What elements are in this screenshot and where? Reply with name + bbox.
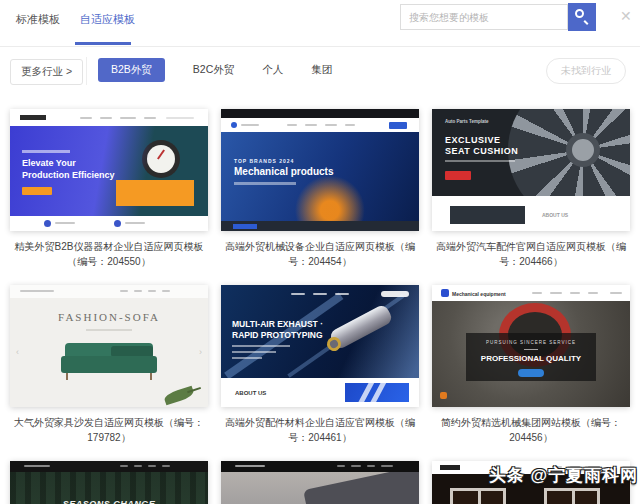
- carousel-left-arrow: ‹: [16, 347, 19, 357]
- template-grid: Elevate Your Production Efficiency 精美外贸B…: [0, 109, 640, 504]
- thumb-hero-text: MULTI-AIR EXHAUST ·: [232, 319, 323, 329]
- thumb-hero-text: SEAT CUSHION: [445, 146, 518, 156]
- template-caption: 高端外贸配件材料企业自适应官网模板（编号：204461）: [221, 415, 419, 445]
- template-caption: 简约外贸精选机械集团网站模板（编号：204456）: [432, 415, 630, 445]
- more-industries-button[interactable]: 更多行业 >: [10, 59, 83, 85]
- thumb-footer: ABOUT US: [221, 378, 419, 407]
- category-personal[interactable]: 个人: [262, 58, 283, 82]
- thumb-hero-kicker: PURSUING SINCERE SERVICE: [466, 340, 596, 345]
- thumb-hero: PURSUING SINCERE SERVICE PROFESSIONAL QU…: [432, 301, 630, 407]
- search-button[interactable]: [568, 3, 596, 31]
- template-caption: 高端外贸汽车配件官网自适应网页模板（编号：204466）: [432, 239, 630, 269]
- leaf-decoration: [163, 386, 195, 406]
- industry-not-found-hint: 未找到行业: [546, 58, 626, 84]
- carousel-right-arrow: ›: [199, 347, 202, 357]
- thumb-hero-title: FASHION-SOFA: [10, 311, 208, 323]
- thumb-footer: ABOUT US: [432, 196, 630, 231]
- thumb-navbar: [10, 461, 208, 472]
- thumb-footer: [221, 221, 419, 231]
- thumb-logo: [440, 465, 460, 470]
- close-icon[interactable]: ✕: [620, 8, 632, 24]
- thumb-hero-text: Elevate Your: [22, 158, 115, 168]
- thumb-navbar: [10, 285, 208, 298]
- template-thumbnail[interactable]: Auto Parts Template EXCLUSIVE SEAT CUSHI…: [432, 109, 630, 231]
- template-card-204466[interactable]: Auto Parts Template EXCLUSIVE SEAT CUSHI…: [432, 109, 630, 269]
- thumb-hero: Elevate Your Production Efficiency: [10, 126, 208, 216]
- active-tab-underline: [75, 42, 131, 45]
- thumb-about-label: ABOUT US: [235, 390, 266, 396]
- thumb-hero-text: EXCLUSIVE: [445, 135, 501, 145]
- category-group[interactable]: 集团: [311, 58, 332, 82]
- search-icon: [575, 9, 584, 18]
- template-card-car[interactable]: High Performance: [221, 461, 419, 504]
- sofa-back: [65, 343, 153, 357]
- thumb-topbar: [221, 109, 419, 118]
- thumb-about-label: ABOUT US: [542, 212, 568, 218]
- thumb-hero-kicker: TOP BRANDS 2024: [234, 158, 294, 164]
- template-caption: 高端外贸机械设备企业自适应网页模板（编号：204454）: [221, 239, 419, 269]
- thumb-hero: MULTI-AIR EXHAUST · RAPID PROTOTYPING: [221, 285, 419, 378]
- search-input[interactable]: [400, 4, 568, 30]
- template-thumbnail[interactable]: FASHION-SOFA ‹ ›: [10, 285, 208, 407]
- thumb-blue-panel: [345, 383, 409, 402]
- thumb-navbar: Mechanical equipment: [432, 285, 630, 301]
- thumb-cta-button: [518, 369, 544, 377]
- template-card-204454[interactable]: TOP BRANDS 2024 Mechanical products 高端外贸…: [221, 109, 419, 269]
- template-thumbnail[interactable]: MULTI-AIR EXHAUST · RAPID PROTOTYPING AB…: [221, 285, 419, 407]
- thumb-hero-title: PROFESSIONAL QUALITY: [466, 354, 596, 363]
- sofa-seat: [61, 356, 157, 373]
- thumb-photo-strip: [450, 206, 525, 224]
- vertical-divider: [86, 57, 87, 85]
- thumb-logo: [20, 115, 46, 120]
- tab-adaptive-templates[interactable]: 自适应模板: [80, 12, 135, 27]
- thumb-overlay-panel: PURSUING SINCERE SERVICE PROFESSIONAL QU…: [466, 333, 596, 381]
- thumb-cta-button: [22, 187, 52, 195]
- category-pills: B2B外贸 B2C外贸 个人 集团: [98, 58, 332, 82]
- template-card-204461[interactable]: MULTI-AIR EXHAUST · RAPID PROTOTYPING AB…: [221, 285, 419, 445]
- thumb-hero: [221, 472, 419, 504]
- thumb-hero-title: SEASONS CHANGE: [10, 499, 208, 504]
- template-card-179782[interactable]: FASHION-SOFA ‹ › 大气外贸家具沙发自适应网页模板（编号：1797…: [10, 285, 208, 445]
- thumb-footer: [10, 216, 208, 231]
- toutiao-watermark: 头条 @宁夏雨科网: [489, 464, 638, 487]
- thumb-logo: [441, 289, 449, 297]
- thumb-orange-panel: [116, 180, 194, 206]
- thumb-navbar: [10, 109, 208, 126]
- template-thumbnail[interactable]: TOP BRANDS 2024 Mechanical products: [221, 109, 419, 231]
- thumb-brand: Mechanical equipment: [452, 291, 506, 297]
- thumb-hero: TOP BRANDS 2024 Mechanical products: [221, 132, 419, 221]
- header: 标准模板 自适应模板 ✕: [0, 0, 640, 47]
- thumb-navbar: [221, 118, 419, 132]
- template-caption: 大气外贸家具沙发自适应网页模板（编号：179782）: [10, 415, 208, 445]
- tab-standard-templates[interactable]: 标准模板: [16, 12, 60, 27]
- category-b2c-foreign-trade[interactable]: B2C外贸: [193, 58, 234, 82]
- template-card-forest[interactable]: SEASONS CHANGE: [10, 461, 208, 504]
- thumb-brand: Auto Parts Template: [445, 119, 488, 124]
- template-caption: 精美外贸B2B仪器器材企业自适应网页模板（编号：204550）: [10, 239, 208, 269]
- thumb-hero-text: Production Efficiency: [22, 170, 115, 180]
- category-b2b-foreign-trade[interactable]: B2B外贸: [98, 58, 165, 82]
- template-thumbnail[interactable]: SEASONS CHANGE: [10, 461, 208, 504]
- thumb-navbar: [221, 461, 419, 472]
- thumb-search-pill: [381, 291, 409, 297]
- template-thumbnail[interactable]: Elevate Your Production Efficiency: [10, 109, 208, 231]
- template-card-204550[interactable]: Elevate Your Production Efficiency 精美外贸B…: [10, 109, 208, 269]
- template-card-204456[interactable]: Mechanical equipment PURSUING SINCERE SE…: [432, 285, 630, 445]
- filter-bar: 更多行业 > B2B外贸 B2C外贸 个人 集团 未找到行业: [0, 55, 640, 93]
- thumb-hero-text: RAPID PROTOTYPING: [232, 330, 323, 340]
- thumb-hero-title: Mechanical products: [234, 166, 333, 177]
- thumb-cta-button: [445, 171, 471, 180]
- chat-widget-icon: [440, 392, 447, 399]
- template-thumbnail[interactable]: Mechanical equipment PURSUING SINCERE SE…: [432, 285, 630, 407]
- thumb-hero: Auto Parts Template EXCLUSIVE SEAT CUSHI…: [432, 109, 630, 196]
- template-thumbnail[interactable]: High Performance: [221, 461, 419, 504]
